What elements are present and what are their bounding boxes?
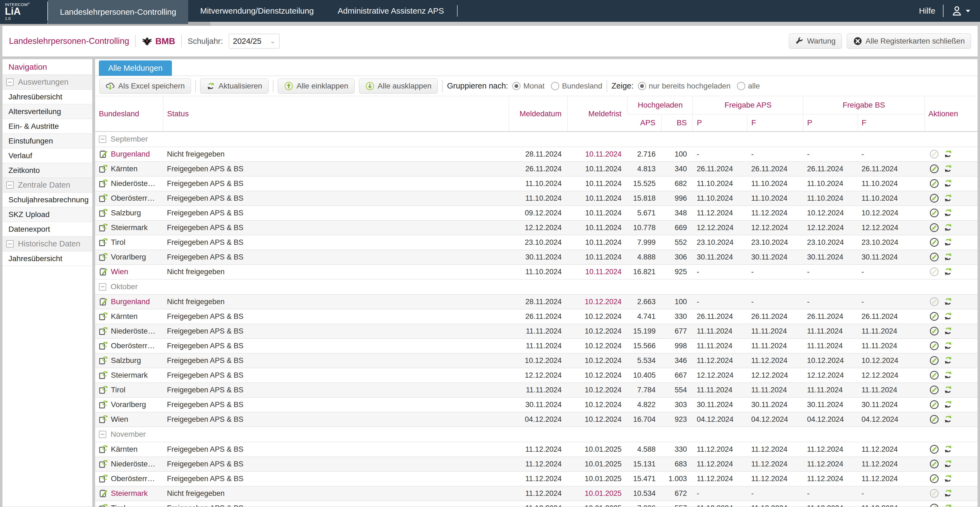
revoke-release-icon[interactable] — [929, 444, 939, 454]
col-status[interactable]: Status — [163, 96, 509, 132]
schuljahr-select[interactable]: 2024/25 ⌄ — [229, 34, 280, 48]
revoke-release-icon[interactable] — [929, 503, 939, 507]
col-bs-f[interactable]: F — [858, 114, 924, 132]
row-refresh-icon[interactable] — [943, 370, 953, 380]
row-refresh-icon[interactable] — [943, 488, 953, 498]
bundesland-name[interactable]: Oberösterr… — [111, 474, 155, 483]
close-all-tabs-button[interactable]: Alle Registerkarten schließen — [847, 33, 971, 49]
row-refresh-icon[interactable] — [943, 252, 953, 262]
sidebar-item[interactable]: Datenexport — [2, 222, 92, 237]
sidebar-item[interactable]: Einstufungen — [2, 134, 92, 148]
row-refresh-icon[interactable] — [943, 444, 953, 454]
expand-all-button[interactable]: Alle ausklappen — [359, 78, 438, 94]
revoke-release-icon[interactable] — [929, 370, 939, 380]
bundesland-name[interactable]: Vorarlberg — [111, 400, 146, 409]
bundesland-name[interactable]: Burgenland — [111, 150, 150, 159]
radio-icon[interactable] — [551, 82, 559, 90]
revoke-release-icon[interactable] — [929, 237, 939, 247]
bundesland-name[interactable]: Tirol — [111, 238, 125, 247]
sidebar-item[interactable]: Altersverteilung — [2, 104, 92, 119]
revoke-release-icon[interactable] — [929, 149, 939, 159]
sidebar-item[interactable]: SKZ Upload — [2, 207, 92, 222]
wartung-button[interactable]: Wartung — [789, 33, 842, 49]
collapse-icon[interactable] — [99, 283, 106, 291]
col-aps-f[interactable]: F — [748, 114, 803, 132]
col-aps[interactable]: APS — [628, 114, 662, 132]
row-refresh-icon[interactable] — [943, 415, 953, 424]
row-refresh-icon[interactable] — [943, 237, 953, 247]
row-refresh-icon[interactable] — [943, 267, 953, 277]
revoke-release-icon[interactable] — [929, 297, 939, 307]
bundesland-name[interactable]: Burgenland — [111, 297, 150, 306]
excel-export-button[interactable]: Als Excel speichern — [99, 78, 191, 94]
sidebar-item[interactable]: Ein- & Austritte — [2, 119, 92, 134]
row-refresh-icon[interactable] — [943, 326, 953, 336]
bundesland-name[interactable]: Kärnten — [111, 312, 138, 321]
row-refresh-icon[interactable] — [943, 385, 953, 395]
sidebar-group[interactable]: Auswertungen — [2, 75, 92, 90]
row-refresh-icon[interactable] — [943, 179, 953, 188]
row-refresh-icon[interactable] — [943, 164, 953, 174]
bundesland-name[interactable]: Tirol — [111, 504, 125, 507]
bundesland-name[interactable]: Salzburg — [111, 208, 141, 217]
sidebar-item[interactable]: Verlauf — [2, 148, 92, 163]
user-menu[interactable] — [951, 5, 971, 17]
revoke-release-icon[interactable] — [929, 252, 939, 262]
radio-icon[interactable] — [638, 82, 646, 90]
revoke-release-icon[interactable] — [929, 488, 939, 498]
revoke-release-icon[interactable] — [929, 356, 939, 366]
sidebar-group[interactable]: Zentrale Daten — [2, 178, 92, 192]
collapse-icon[interactable] — [6, 78, 14, 86]
col-bs-p[interactable]: P — [803, 114, 858, 132]
revoke-release-icon[interactable] — [929, 341, 939, 351]
row-refresh-icon[interactable] — [943, 356, 953, 366]
row-refresh-icon[interactable] — [943, 400, 953, 410]
sidebar-item[interactable]: Schuljahresabrechnung — [2, 192, 92, 207]
collapse-all-button[interactable]: Alle einklappen — [278, 78, 355, 94]
row-refresh-icon[interactable] — [943, 223, 953, 232]
show-radio[interactable]: nur bereits hochgeladen — [638, 82, 730, 91]
revoke-release-icon[interactable] — [929, 164, 939, 174]
navbar-tab[interactable]: Mitverwendung/Dienstzuteilung — [188, 0, 326, 22]
row-refresh-icon[interactable] — [943, 503, 953, 507]
bundesland-name[interactable]: Kärnten — [111, 164, 138, 173]
revoke-release-icon[interactable] — [929, 223, 939, 232]
col-aps-p[interactable]: P — [693, 114, 748, 132]
revoke-release-icon[interactable] — [929, 459, 939, 469]
bundesland-name[interactable]: Oberösterr… — [111, 342, 155, 350]
show-radio[interactable]: alle — [737, 82, 760, 91]
bundesland-name[interactable]: Wien — [111, 267, 128, 276]
bundesland-name[interactable]: Niederöste… — [111, 179, 155, 188]
col-freigabe-bs[interactable]: Freigabe BS — [803, 96, 924, 114]
bundesland-name[interactable]: Oberösterr… — [111, 194, 155, 203]
col-hochgeladen[interactable]: Hochgeladen — [628, 96, 693, 114]
row-refresh-icon[interactable] — [943, 312, 953, 321]
row-refresh-icon[interactable] — [943, 297, 953, 307]
bundesland-name[interactable]: Niederöste… — [111, 327, 155, 335]
bundesland-name[interactable]: Salzburg — [111, 356, 141, 365]
sidebar-item[interactable]: Jahresübersicht — [2, 251, 92, 266]
bundesland-name[interactable]: Steiermark — [111, 371, 148, 380]
radio-icon[interactable] — [737, 82, 745, 90]
group-by-radio[interactable]: Bundesland — [551, 82, 602, 91]
revoke-release-icon[interactable] — [929, 179, 939, 188]
row-refresh-icon[interactable] — [943, 459, 953, 469]
radio-icon[interactable] — [512, 82, 520, 90]
refresh-button[interactable]: Aktualisieren — [200, 78, 268, 94]
navbar-tab[interactable]: Administrative Assistenz APS — [326, 0, 456, 22]
collapse-icon[interactable] — [99, 431, 106, 438]
col-bs[interactable]: BS — [662, 114, 693, 132]
bundesland-name[interactable]: Steiermark — [111, 223, 148, 232]
group-by-radio[interactable]: Monat — [512, 82, 544, 91]
row-refresh-icon[interactable] — [943, 474, 953, 483]
row-refresh-icon[interactable] — [943, 193, 953, 203]
bundesland-name[interactable]: Niederöste… — [111, 459, 155, 468]
revoke-release-icon[interactable] — [929, 415, 939, 424]
tab-alle-meldungen[interactable]: Alle Meldungen — [99, 60, 172, 76]
col-meldefrist[interactable]: Meldefrist — [568, 96, 628, 132]
revoke-release-icon[interactable] — [929, 474, 939, 483]
row-refresh-icon[interactable] — [943, 208, 953, 218]
col-meldedatum[interactable]: Meldedatum — [509, 96, 568, 132]
revoke-release-icon[interactable] — [929, 312, 939, 321]
sidebar-group[interactable]: Historische Daten — [2, 237, 92, 251]
